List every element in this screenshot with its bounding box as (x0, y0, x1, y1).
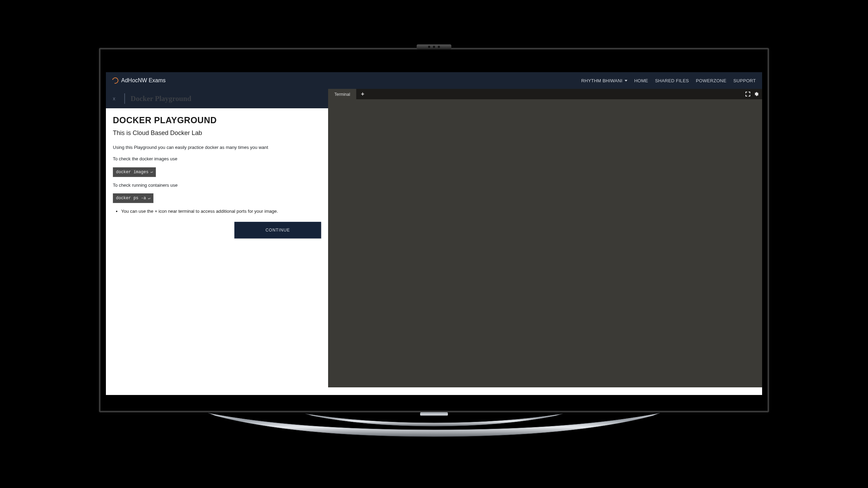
plus-icon: + (361, 91, 364, 97)
code-text: docker ps -a (116, 195, 146, 201)
bottom-strip (106, 387, 762, 395)
doc-bullets: You can use the + icon near terminal to … (121, 208, 321, 215)
instructions-tab-title: Docker Playground (131, 94, 191, 103)
gear-icon (754, 92, 759, 96)
terminal-tab-bar: Terminal + (328, 89, 762, 99)
navbar: AdHocNW Exams RHYTHM BHIWANI HOME SHARED… (106, 72, 762, 89)
doc-heading: DOCKER PLAYGROUND (113, 114, 321, 127)
instructions-content: DOCKER PLAYGROUND This is Cloud Based Do… (106, 108, 328, 244)
doc-p-ps: To check running containers use (113, 182, 321, 189)
code-text: docker images (116, 169, 149, 175)
fullscreen-button[interactable] (745, 92, 750, 96)
instructions-tab-header: x Docker Playground (106, 89, 328, 108)
tv-frame: AdHocNW Exams RHYTHM BHIWANI HOME SHARED… (99, 48, 769, 440)
tv-camera-notch (417, 44, 451, 49)
tv-bezel: AdHocNW Exams RHYTHM BHIWANI HOME SHARED… (99, 48, 769, 412)
add-terminal-button[interactable]: + (356, 89, 369, 99)
nav-link-shared-files[interactable]: SHARED FILES (655, 78, 689, 83)
letterbox-top (106, 55, 762, 72)
doc-intro: Using this Playground you can easily pra… (113, 144, 321, 151)
close-instructions-button[interactable]: x (113, 96, 119, 101)
terminal-tab[interactable]: Terminal (328, 89, 356, 99)
enter-icon: ↵ (151, 169, 153, 175)
terminal-body[interactable] (328, 99, 762, 387)
continue-button[interactable]: CONTINUE (234, 222, 321, 238)
nav-link-support[interactable]: SUPPORT (733, 78, 756, 83)
doc-p-images: To check the docker images use (113, 155, 321, 162)
screen: AdHocNW Exams RHYTHM BHIWANI HOME SHARED… (106, 55, 762, 405)
terminal-tab-label: Terminal (334, 92, 350, 97)
code-chip-ps[interactable]: docker ps -a ↵ (113, 193, 153, 203)
caret-down-icon (625, 80, 627, 82)
terminal-panel: Terminal + (328, 89, 762, 387)
tab-divider (124, 93, 125, 104)
nav-link-powerzone[interactable]: POWERZONE (696, 78, 726, 83)
tv-stand (156, 412, 712, 440)
nav-link-home[interactable]: HOME (634, 78, 648, 83)
fullscreen-icon (745, 92, 750, 96)
settings-button[interactable] (754, 92, 759, 96)
nav-user-name: RHYTHM BHIWANI (581, 78, 623, 83)
nav-user-menu[interactable]: RHYTHM BHIWANI (581, 78, 627, 83)
terminal-toolbar-right (745, 89, 762, 99)
app-window: AdHocNW Exams RHYTHM BHIWANI HOME SHARED… (106, 72, 762, 395)
doc-bullet-ports: You can use the + icon near terminal to … (121, 208, 321, 215)
letterbox-bottom (106, 395, 762, 405)
workspace: x Docker Playground DOCKER PLAYGROUND Th… (106, 89, 762, 387)
brand-logo-icon (111, 76, 120, 85)
brand[interactable]: AdHocNW Exams (112, 77, 166, 84)
instructions-panel: x Docker Playground DOCKER PLAYGROUND Th… (106, 89, 328, 387)
brand-text: AdHocNW Exams (121, 77, 166, 84)
nav-right: RHYTHM BHIWANI HOME SHARED FILES POWERZO… (581, 78, 756, 83)
enter-icon: ↵ (148, 195, 150, 201)
doc-subheading: This is Cloud Based Docker Lab (113, 128, 321, 138)
code-chip-images[interactable]: docker images ↵ (113, 167, 156, 177)
svg-rect-0 (420, 412, 448, 416)
